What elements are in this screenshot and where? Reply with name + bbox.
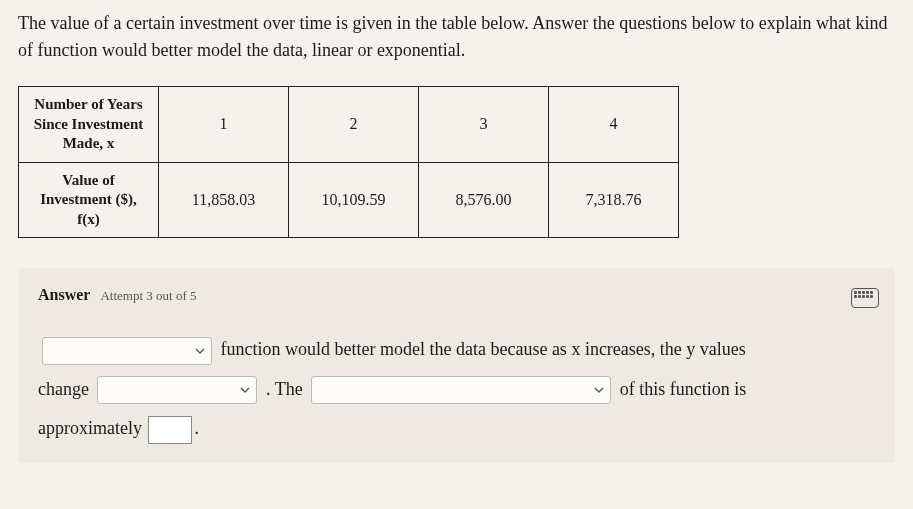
answer-title: Answer [38, 286, 90, 303]
data-table: Number of Years Since Investment Made, x… [18, 86, 679, 238]
quantity-select[interactable] [311, 376, 611, 404]
text-fragment: approximately [38, 418, 142, 438]
chevron-down-icon [195, 346, 205, 356]
answer-line-3: approximately . [38, 409, 875, 449]
table-row: Value of Investment ($), f(x) 11,858.03 … [19, 162, 679, 238]
cell-fx-2: 10,109.59 [289, 162, 419, 238]
chevron-down-icon [240, 385, 250, 395]
chevron-down-icon [594, 385, 604, 395]
change-type-select[interactable] [97, 376, 257, 404]
answer-panel: Answer Attempt 3 out of 5 function would… [18, 268, 895, 463]
cell-fx-4: 7,318.76 [549, 162, 679, 238]
text-fragment: . The [266, 379, 303, 399]
cell-fx-3: 8,576.00 [419, 162, 549, 238]
text-fragment: function would better model the data bec… [221, 339, 746, 359]
answer-line-1: function would better model the data bec… [38, 330, 875, 370]
question-prompt: The value of a certain investment over t… [18, 10, 895, 64]
row-header-x: Number of Years Since Investment Made, x [19, 87, 159, 163]
table-row: Number of Years Since Investment Made, x… [19, 87, 679, 163]
answer-header: Answer Attempt 3 out of 5 [38, 286, 875, 304]
cell-fx-1: 11,858.03 [159, 162, 289, 238]
text-fragment: change [38, 379, 89, 399]
answer-line-2: change . The of this function is [38, 370, 875, 410]
attempt-counter: Attempt 3 out of 5 [100, 288, 196, 303]
cell-x-4: 4 [549, 87, 679, 163]
approx-value-input[interactable] [148, 416, 192, 444]
keyboard-icon[interactable] [851, 288, 879, 308]
cell-x-2: 2 [289, 87, 419, 163]
text-fragment: of this function is [620, 379, 747, 399]
cell-x-3: 3 [419, 87, 549, 163]
text-fragment: . [194, 418, 199, 438]
function-type-select[interactable] [42, 337, 212, 365]
row-header-fx: Value of Investment ($), f(x) [19, 162, 159, 238]
cell-x-1: 1 [159, 87, 289, 163]
